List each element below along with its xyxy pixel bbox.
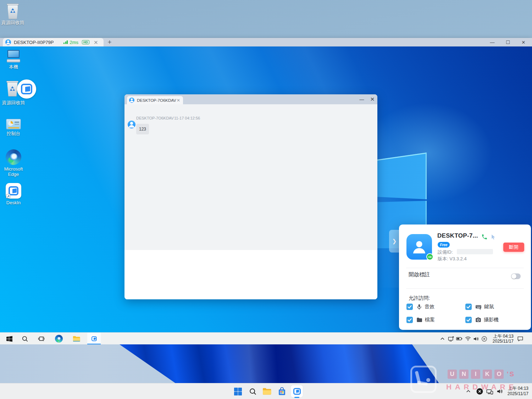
chat-tab[interactable]: DESKTOP-7O6KDAV ✕ <box>127 96 183 104</box>
edge-icon <box>6 149 21 165</box>
chat-minimize-button[interactable]: — <box>357 94 367 104</box>
host-search-button[interactable] <box>247 383 259 399</box>
chat-tab-close-icon[interactable]: ✕ <box>177 98 180 102</box>
remote-clock-time: 上午 04:13 <box>493 334 514 339</box>
camera-icon <box>475 317 482 323</box>
audio-checkbox[interactable] <box>406 304 413 310</box>
chat-message-avatar <box>128 121 135 128</box>
remote-icon-recycle-bin[interactable]: 資源回收筒 <box>0 79 27 105</box>
panel-collapse-handle[interactable]: ❯ <box>389 230 400 253</box>
remote-window-titlebar: DESKTOP-II0P79P 2ms HD ✕ + — ☐ ✕ <box>0 38 532 46</box>
remote-deskin-button[interactable] <box>88 333 100 344</box>
plan-badge: Free <box>438 242 450 248</box>
remote-tab-title: DESKTOP-II0P79P <box>14 40 54 45</box>
this-pc-icon <box>7 50 20 63</box>
permission-files[interactable]: 檔案 <box>406 317 435 323</box>
screen: 資源回收筒 DESKTOP-II0P79P 2ms HD ✕ + — ☐ ✕ <box>0 0 532 399</box>
chat-message-area: DESKTOP-7O6KDAV 11-17 04:12:56 123 <box>124 104 377 250</box>
chat-close-button[interactable]: ✕ <box>367 94 377 104</box>
peer-avatar: G8 <box>406 234 432 260</box>
host-deskin-active-indicator <box>294 397 299 398</box>
disconnect-button[interactable]: 斷開 <box>503 243 524 252</box>
remote-edge-button[interactable] <box>52 333 65 344</box>
remote-tray-wifi-icon[interactable] <box>464 333 472 344</box>
deskin-overlay-icon <box>17 79 36 99</box>
remote-icon-this-pc[interactable]: 本機 <box>0 50 27 70</box>
keyboard-checkbox[interactable] <box>465 304 472 310</box>
chat-tab-title: DESKTOP-7O6KDAV <box>137 98 177 102</box>
camera-checkbox[interactable] <box>465 317 472 323</box>
chat-timestamp: 11-17 04:12:56 <box>174 116 200 120</box>
host-clock-date: 2025/11/17 <box>508 391 528 397</box>
remote-tray-battery-icon[interactable] <box>455 333 464 344</box>
remote-cursor-icon[interactable] <box>491 234 496 240</box>
watermark-logo <box>410 366 437 393</box>
remote-taskbar: 上午 04:13 2025/11/17 <box>0 332 532 344</box>
remote-search-button[interactable] <box>19 333 31 344</box>
remote-session-tab[interactable]: DESKTOP-II0P79P 2ms HD ✕ <box>3 38 104 46</box>
remote-icon-edge[interactable]: Microsoft Edge <box>0 149 27 177</box>
host-start-button[interactable] <box>232 383 244 399</box>
watermark-line2: HARDWARE <box>446 383 517 391</box>
permission-keyboard[interactable]: 鍵鼠 <box>465 304 494 310</box>
remote-clock[interactable]: 上午 04:13 2025/11/17 <box>493 334 514 344</box>
access-permissions-label: 允許訪問: <box>409 295 430 301</box>
remote-tray-disconnect-icon[interactable] <box>480 333 488 344</box>
remote-icon-control-panel[interactable]: 控制台 <box>0 119 27 136</box>
peer-device-name: DESKTOP-7... <box>437 232 478 239</box>
latency-value: 2ms <box>70 40 78 45</box>
microphone-icon <box>416 304 422 310</box>
recycle-bin-icon <box>7 3 19 18</box>
folder-icon <box>416 317 423 323</box>
remote-window-minimize-button[interactable]: — <box>484 38 500 46</box>
device-id-label: 設備ID: <box>438 249 453 255</box>
hd-quality-badge[interactable]: HD <box>82 40 89 44</box>
host-store-button[interactable] <box>276 383 288 399</box>
remote-tray-cast-icon[interactable] <box>447 333 455 344</box>
control-panel-icon <box>6 119 21 129</box>
permission-camera[interactable]: 攝影機 <box>465 317 499 323</box>
annotation-toggle[interactable] <box>511 273 521 279</box>
remote-tray-expand-icon[interactable] <box>438 333 446 344</box>
host-recycle-bin[interactable]: 資源回收筒 <box>0 3 26 25</box>
remote-tab-close-icon[interactable]: ✕ <box>94 40 98 45</box>
new-connection-tab-button[interactable]: + <box>106 39 113 46</box>
remote-tray-volume-icon[interactable] <box>472 333 480 344</box>
device-id-value-redacted <box>457 249 493 254</box>
remote-explorer-button[interactable] <box>70 333 83 344</box>
chat-sender-name: DESKTOP-7O6KDAV <box>136 116 174 120</box>
remote-tab-avatar <box>5 39 11 45</box>
chat-input-area[interactable] <box>124 250 377 299</box>
session-control-panel: G8 DESKTOP-7... Free 設備ID: 版本: V3.3.2.4 … <box>399 225 531 330</box>
remote-icon-deskin[interactable]: ↗ DeskIn <box>0 183 27 205</box>
remote-taskview-button[interactable] <box>35 333 47 344</box>
host-explorer-button[interactable] <box>261 383 273 399</box>
chat-titlebar: DESKTOP-7O6KDAV ✕ — ✕ <box>124 94 377 104</box>
remote-start-button[interactable] <box>4 333 15 344</box>
keyboard-mouse-icon <box>475 304 482 310</box>
remote-desktop-viewport: 本機 資源回收筒 控制台 <box>0 46 532 344</box>
remote-session-window: DESKTOP-II0P79P 2ms HD ✕ + — ☐ ✕ 本 <box>0 38 532 344</box>
remote-window-maximize-button[interactable]: ☐ <box>500 38 516 46</box>
chat-tab-avatar <box>129 98 134 103</box>
watermark-line1: U N I K O 'S <box>448 370 515 379</box>
permission-audio[interactable]: 音效 <box>406 304 434 310</box>
chat-message-bubble: 123 <box>136 124 149 134</box>
files-checkbox[interactable] <box>406 317 413 323</box>
deskin-icon: ↗ <box>6 183 21 199</box>
chat-window: DESKTOP-7O6KDAV ✕ — ✕ DESKTOP-7O6KDAV 11… <box>124 94 377 299</box>
remote-notification-icon[interactable] <box>514 333 526 344</box>
voice-call-icon[interactable] <box>481 234 488 240</box>
remote-clock-date: 2025/11/17 <box>493 339 514 344</box>
host-recycle-bin-label: 資源回收筒 <box>1 20 24 25</box>
version-label: 版本: V3.3.2.4 <box>438 256 467 262</box>
signal-strength-icon <box>63 40 68 44</box>
connection-status-badge: G8 <box>426 253 433 260</box>
recycle-bin-icon <box>6 80 18 96</box>
host-deskin-button[interactable] <box>291 385 303 397</box>
remote-window-close-button[interactable]: ✕ <box>516 38 531 46</box>
annotation-toggle-label: 開啟標註 <box>409 271 430 278</box>
